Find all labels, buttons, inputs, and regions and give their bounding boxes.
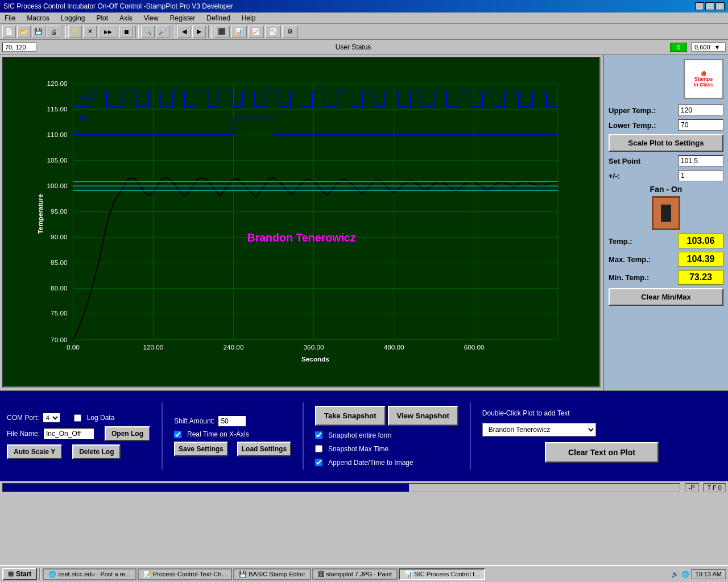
taskbar-item-0[interactable]: 🌐 cset.stcc.edu - Post a re... <box>43 568 136 580</box>
tb-extra4[interactable]: 📉 <box>265 26 281 38</box>
menubar-item-view[interactable]: View <box>142 14 161 23</box>
svg-text:480.00: 480.00 <box>384 343 404 351</box>
shift-section: Shift Amount: Real Time on X-Axis Save S… <box>174 415 291 456</box>
left-button[interactable]: ◀ <box>177 26 191 38</box>
taskbar-item-3[interactable]: 🖼 stampplot 7.JPG - Paint <box>312 568 398 580</box>
menubar-item-defined[interactable]: Defined <box>204 14 232 23</box>
menubar-item-help[interactable]: Help <box>239 14 258 23</box>
plus-minus-input[interactable] <box>678 170 723 181</box>
svg-text:70.00: 70.00 <box>51 336 68 343</box>
open-log-button[interactable]: Open Log <box>105 426 150 441</box>
real-time-checkbox[interactable] <box>174 431 181 438</box>
load-settings-button[interactable]: Load Settings <box>237 442 291 456</box>
tb-extra1[interactable]: ⬛ <box>214 26 230 38</box>
take-snapshot-button[interactable]: Take Snapshot <box>315 406 386 426</box>
plot-svg: 120.00 115.00 110.00 105.00 100.00 95.00… <box>3 58 599 386</box>
tb-extra2[interactable]: 📊 <box>231 26 247 38</box>
divider3 <box>470 402 471 470</box>
scale-plot-button[interactable]: Scale Plot to Settings <box>609 134 723 152</box>
svg-text:120.00: 120.00 <box>47 80 68 87</box>
delete-log-button[interactable]: Delete Log <box>72 444 121 459</box>
menubar-item-macros[interactable]: Macros <box>24 14 51 23</box>
disconnect-button[interactable]: ✕ <box>83 26 97 38</box>
fan-inner <box>661 205 671 222</box>
temp-row: Temp.: 103.06 <box>609 234 723 248</box>
file-name-input[interactable] <box>43 428 94 439</box>
statusbar-bottom: -P T F 0 <box>0 481 728 493</box>
plus-minus-row: +/-: <box>609 170 723 181</box>
menubar-item-plot[interactable]: Plot <box>94 14 110 23</box>
com-port-row: COM Port: 4 1 2 3 Log Data <box>7 413 150 423</box>
lower-temp-input[interactable] <box>678 119 723 131</box>
run-button[interactable]: ▶▶ <box>98 26 118 38</box>
view-snapshot-button[interactable]: View Snapshot <box>388 406 458 426</box>
log-data-checkbox[interactable] <box>74 414 81 422</box>
append-date-checkbox[interactable] <box>315 459 322 466</box>
com-port-select[interactable]: 4 1 2 3 <box>43 413 60 423</box>
menubar-item-file[interactable]: File <box>2 14 18 23</box>
set-point-input[interactable] <box>678 155 723 167</box>
print-button[interactable]: 🖨 <box>47 26 60 38</box>
titlebar-controls[interactable]: _ □ × <box>695 2 725 10</box>
tray-icons: 🔊 🌐 <box>671 571 689 578</box>
svg-text:240.00: 240.00 <box>224 343 244 351</box>
shift-amount-input[interactable] <box>218 415 246 427</box>
clear-text-button[interactable]: Clear Text on Plot <box>545 442 659 463</box>
save-button[interactable]: 💾 <box>32 26 46 38</box>
set-point-label: Set Point <box>609 157 640 165</box>
taskbar-item-2[interactable]: 💾 BASIC Stamp Editor <box>233 568 311 580</box>
open-button[interactable]: 📂 <box>17 26 31 38</box>
stop-button[interactable]: ⏹ <box>119 26 133 38</box>
close-button[interactable]: × <box>715 2 725 10</box>
clear-minmax-button[interactable]: Clear Min/Max <box>609 288 723 306</box>
temp-value: 103.06 <box>678 234 723 248</box>
new-button[interactable]: 📄 <box>2 26 16 38</box>
min-temp-label: Min. Temp.: <box>609 273 649 282</box>
com-file-section: COM Port: 4 1 2 3 Log Data File Name: Op… <box>7 413 150 459</box>
svg-text:Seconds: Seconds <box>301 355 329 363</box>
minimize-button[interactable]: _ <box>695 2 704 10</box>
zoom-out-button[interactable]: 🔎 <box>156 26 169 38</box>
svg-text:120.00: 120.00 <box>143 343 163 351</box>
zoom-in-button[interactable]: 🔍 <box>141 26 155 38</box>
menubar-item-register[interactable]: Register <box>168 14 198 23</box>
svg-text:100.00: 100.00 <box>47 182 68 189</box>
right-button[interactable]: ▶ <box>192 26 206 38</box>
snapshot-max-time-checkbox[interactable] <box>315 445 322 452</box>
taskbar: ⊞ Start 🌐 cset.stcc.edu - Post a re... 📝… <box>0 565 728 582</box>
snapshot-entire-checkbox[interactable] <box>315 431 322 439</box>
tray-clock: 10:13 AM <box>692 569 726 579</box>
text-dropdown[interactable]: Brandon Tenerowicz <box>482 423 596 436</box>
plot-area[interactable]: 120.00 115.00 110.00 105.00 100.00 95.00… <box>2 57 601 388</box>
tb-extra5[interactable]: ⚙ <box>282 26 298 38</box>
maximize-button[interactable]: □ <box>705 2 714 10</box>
snapshot-max-time-row: Snapshot Max Time <box>315 445 458 453</box>
snapshot-max-time-label: Snapshot Max Time <box>328 445 388 453</box>
shift-amount-label: Shift Amount: <box>174 417 214 425</box>
min-temp-value: 73.23 <box>678 270 723 285</box>
start-button[interactable]: ⊞ Start <box>2 568 37 580</box>
com-port-label: COM Port: <box>7 414 39 422</box>
save-settings-button[interactable]: Save Settings <box>174 442 228 456</box>
snapshot-buttons-row: Take Snapshot View Snapshot <box>315 406 458 426</box>
taskbar-item-1[interactable]: 📝 Process-Control-Text-Ch... <box>138 568 233 580</box>
plot-annotation: Brandon Tenerowicz <box>247 231 355 244</box>
status-value: 0 <box>670 43 687 52</box>
svg-text:600.00: 600.00 <box>464 343 485 351</box>
separator4 <box>208 26 212 38</box>
svg-text:85.00: 85.00 <box>51 259 68 266</box>
tb-extra3[interactable]: 📈 <box>248 26 264 38</box>
taskbar-item-4[interactable]: 📊 SIC Process Control I... <box>399 568 485 580</box>
connect-button[interactable]: ⚡ <box>68 26 82 38</box>
menubar-item-logging[interactable]: Logging <box>59 14 88 23</box>
separator2 <box>135 26 139 38</box>
divider1 <box>162 402 163 470</box>
menubar-item-axis[interactable]: Axis <box>117 14 135 23</box>
snapshot-entire-row: Snapshot entire form <box>315 431 458 439</box>
svg-text:Heater: Heater <box>78 94 98 101</box>
status-tf: T F 0 <box>704 483 726 492</box>
auto-scale-y-button[interactable]: Auto Scale Y <box>7 444 62 459</box>
svg-text:110.00: 110.00 <box>47 131 68 138</box>
max-temp-label: Max. Temp.: <box>609 255 651 264</box>
upper-temp-input[interactable] <box>678 105 723 116</box>
